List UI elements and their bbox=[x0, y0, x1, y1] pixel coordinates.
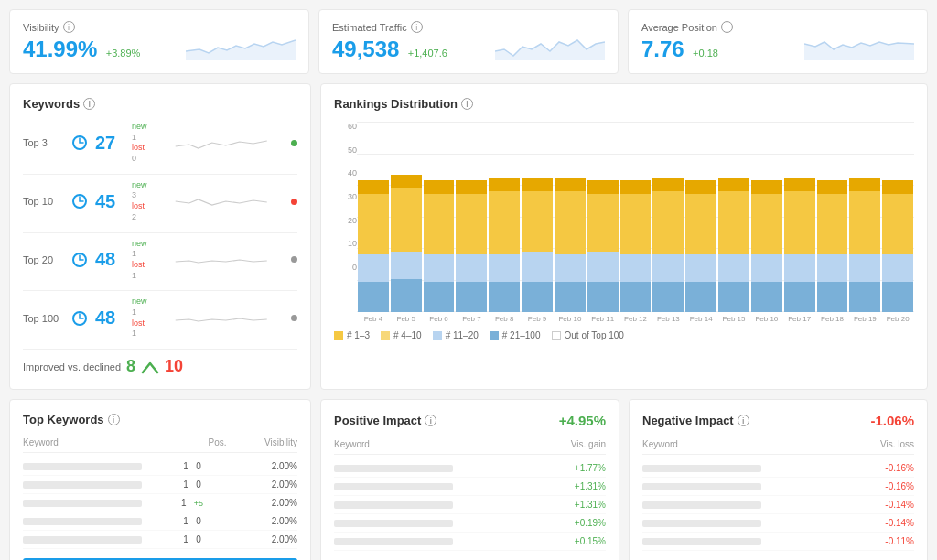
bar-segment-top20 bbox=[882, 254, 913, 282]
bar-segment-top10 bbox=[391, 188, 422, 252]
kw-sparkline-top100 bbox=[158, 306, 284, 331]
bar-segment-top100 bbox=[849, 282, 880, 312]
legend-item-out-top100: Out of Top 100 bbox=[552, 330, 624, 340]
x-label: Feb 4 bbox=[358, 315, 389, 323]
bar-segment-top10 bbox=[849, 191, 880, 254]
top-keywords-info-icon[interactable]: i bbox=[108, 414, 120, 425]
bar-segment-top3 bbox=[718, 178, 749, 191]
bar-segment-top100 bbox=[652, 282, 684, 312]
x-labels: Feb 4Feb 5Feb 6Feb 7Feb 8Feb 9Feb 10Feb … bbox=[357, 312, 914, 323]
kw-refresh-icon-top20 bbox=[71, 252, 88, 268]
traffic-card: Estimated Traffic i 49,538 +1,407.6 bbox=[318, 9, 619, 74]
table-row: -0.16% bbox=[642, 478, 914, 496]
x-label: Feb 10 bbox=[555, 315, 586, 323]
positive-impact-info-icon[interactable]: i bbox=[425, 415, 436, 426]
kw-label-top100: Top 100 bbox=[23, 313, 64, 324]
bar-column bbox=[522, 122, 553, 312]
table-row: 1 0 2.00% bbox=[23, 512, 297, 531]
chart-legend: # 1–3 # 4–10 # 11–20 # 21–100 Out of Top… bbox=[334, 330, 914, 340]
bar-segment-top100 bbox=[817, 282, 848, 312]
legend-item-1-3: # 1–3 bbox=[334, 330, 370, 340]
positive-impact-title: Positive Impact i +4.95% bbox=[334, 413, 606, 428]
x-label: Feb 6 bbox=[424, 315, 455, 323]
legend-item-4-10: # 4–10 bbox=[381, 330, 422, 340]
bar-segment-top3 bbox=[652, 178, 684, 191]
bar-segment-top3 bbox=[685, 180, 716, 194]
ni-kw-blur-3 bbox=[642, 501, 761, 509]
legend-color-out-top100 bbox=[552, 331, 561, 340]
avg-position-sparkline bbox=[804, 24, 914, 60]
positive-impact-card: Positive Impact i +4.95% Keyword Vis. ga… bbox=[320, 399, 619, 560]
bar-segment-top10 bbox=[685, 194, 716, 254]
bar-segment-top20 bbox=[391, 252, 422, 279]
x-label: Feb 11 bbox=[587, 315, 619, 323]
x-label: Feb 20 bbox=[882, 315, 913, 323]
avg-position-value: 7.76 +0.18 bbox=[641, 37, 733, 62]
traffic-info-icon[interactable]: i bbox=[411, 21, 423, 33]
negative-impact-header: Keyword Vis. loss bbox=[642, 439, 914, 455]
kw-number-top10: 45 bbox=[95, 191, 124, 212]
kw-meta-top20: new 1 lost 1 bbox=[132, 239, 147, 282]
keyword-row-top3: Top 3 27 new 1 lost 0 bbox=[23, 122, 297, 165]
legend-item-21-100: # 21–100 bbox=[490, 330, 541, 340]
kw-refresh-icon-top10 bbox=[71, 193, 88, 210]
bar-segment-top10 bbox=[882, 194, 913, 254]
bar-column bbox=[391, 122, 422, 312]
arrow-up-icon bbox=[141, 360, 159, 374]
table-row: -0.14% bbox=[642, 514, 914, 533]
bar-segment-top100 bbox=[718, 282, 749, 312]
negative-impact-info-icon[interactable]: i bbox=[738, 415, 749, 426]
bar-column bbox=[817, 122, 848, 312]
x-label: Feb 19 bbox=[849, 315, 880, 323]
x-label: Feb 14 bbox=[685, 315, 716, 323]
keyword-row-top20: Top 20 48 new 1 lost 1 bbox=[23, 239, 297, 282]
legend-color-4-10 bbox=[381, 331, 390, 340]
table-row: 1 +5 2.00% bbox=[23, 494, 297, 512]
bars-area bbox=[357, 122, 914, 312]
kw-dot-top100 bbox=[291, 315, 297, 321]
ni-kw-blur-1 bbox=[642, 465, 761, 472]
traffic-sparkline bbox=[495, 24, 605, 60]
rankings-title: Rankings Distribution i bbox=[334, 97, 914, 111]
kw-divider-3 bbox=[23, 290, 297, 291]
bar-segment-top100 bbox=[620, 282, 652, 312]
pi-kw-blur-1 bbox=[334, 465, 453, 472]
x-label: Feb 7 bbox=[456, 315, 487, 323]
pi-kw-blur-5 bbox=[334, 538, 453, 545]
bar-column bbox=[718, 122, 749, 312]
rankings-info-icon[interactable]: i bbox=[461, 98, 473, 110]
bar-column bbox=[882, 122, 913, 312]
positive-impact-header: Keyword Vis. gain bbox=[334, 439, 606, 455]
dashboard: Visibility i 41.99% +3.89% Estimated Tra… bbox=[9, 9, 928, 560]
ni-kw-blur-2 bbox=[642, 483, 761, 490]
bar-column bbox=[751, 122, 782, 312]
visibility-info-icon[interactable]: i bbox=[63, 21, 75, 33]
top-keywords-header: Keyword Pos. Visibility bbox=[23, 437, 297, 453]
kw-blur-5 bbox=[23, 536, 142, 544]
bar-segment-top20 bbox=[784, 254, 815, 282]
table-row: +1.77% bbox=[334, 459, 606, 478]
x-label: Feb 18 bbox=[817, 315, 848, 323]
ni-kw-blur-5 bbox=[642, 538, 761, 545]
x-label: Feb 12 bbox=[620, 315, 652, 323]
bar-segment-top20 bbox=[587, 252, 619, 282]
kw-meta-top10: new 3 lost 2 bbox=[132, 180, 147, 223]
keywords-info-icon[interactable]: i bbox=[83, 98, 95, 110]
keyword-row-top10: Top 10 45 new 3 lost 2 bbox=[23, 180, 297, 223]
bar-segment-top20 bbox=[652, 254, 684, 282]
ni-kw-blur-4 bbox=[642, 520, 761, 527]
kw-divider-2 bbox=[23, 232, 297, 233]
avg-position-info-icon[interactable]: i bbox=[721, 21, 733, 33]
bar-segment-top3 bbox=[817, 180, 848, 194]
kw-refresh-icon-top3 bbox=[71, 135, 88, 151]
bar-segment-top20 bbox=[718, 254, 749, 282]
legend-color-21-100 bbox=[490, 331, 499, 340]
bar-segment-top20 bbox=[620, 254, 652, 282]
table-row: +0.19% bbox=[334, 514, 606, 533]
x-label: Feb 17 bbox=[784, 315, 815, 323]
middle-row: Keywords i Top 3 27 new 1 lost 0 bbox=[9, 83, 928, 390]
bar-segment-top10 bbox=[751, 194, 782, 254]
bar-segment-top20 bbox=[456, 254, 487, 282]
kw-sparkline-top20 bbox=[158, 247, 284, 273]
x-label: Feb 13 bbox=[652, 315, 684, 323]
